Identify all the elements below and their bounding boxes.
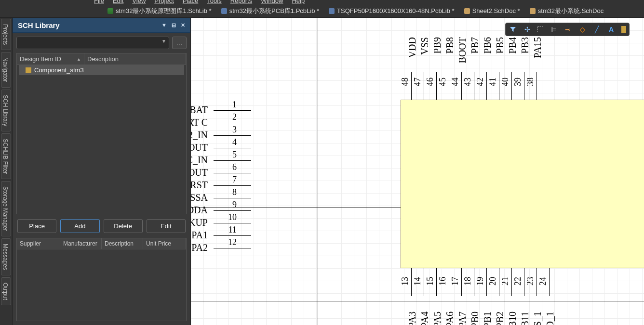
col-description2[interactable]: Description bbox=[102, 238, 143, 249]
pin-wire bbox=[424, 72, 424, 100]
pin-top-num: 40 bbox=[500, 78, 510, 86]
pin-left-3[interactable]: PC14-OSC32_IN3 bbox=[191, 130, 208, 141]
pin-bot-num: 19 bbox=[475, 277, 485, 286]
chevron-down-icon[interactable]: ▼ bbox=[161, 39, 166, 44]
pin-bot-label: PB11 bbox=[520, 312, 531, 325]
pin-icon[interactable]: ⊟ bbox=[172, 22, 176, 28]
component-body[interactable] bbox=[401, 100, 644, 268]
sch-icon bbox=[107, 8, 113, 14]
sidetab-schlib filter[interactable]: SCHLIB Filter bbox=[1, 133, 11, 179]
col-price[interactable]: Unit Price bbox=[143, 238, 186, 249]
pin-top-num: 43 bbox=[463, 78, 473, 86]
pin-left-5[interactable]: PD0-OSC_IN5 bbox=[191, 155, 208, 166]
table-row[interactable]: Component_stm3 bbox=[19, 65, 184, 75]
component-icon[interactable] bbox=[621, 26, 626, 33]
tab[interactable]: stm32最小系统.SchDoc bbox=[526, 5, 608, 17]
col-supplier[interactable]: Supplier bbox=[17, 238, 60, 249]
pin-bot-num: 18 bbox=[463, 277, 473, 286]
pin-left-8[interactable]: VSSA8 bbox=[191, 192, 208, 203]
move-icon[interactable]: ✢ bbox=[523, 25, 532, 34]
menu-window[interactable]: Window bbox=[261, 0, 283, 4]
menu-view[interactable]: View bbox=[132, 0, 146, 4]
menu-bar: FileEditViewProjectPlaceToolsReportsWind… bbox=[0, 0, 644, 4]
pin-top-label: BOOT bbox=[457, 37, 468, 63]
pin-bot-label: PA7 bbox=[457, 312, 468, 325]
add-button[interactable]: Add bbox=[60, 219, 99, 233]
sidetab-sch library[interactable]: SCH Library bbox=[1, 90, 11, 131]
pin-left-2[interactable]: PC13-TAMPER-RT C2 bbox=[191, 117, 208, 128]
menu-reports[interactable]: Reports bbox=[230, 0, 253, 4]
pin-left-7[interactable]: NRST7 bbox=[191, 180, 208, 191]
supplier-grid[interactable] bbox=[16, 249, 187, 321]
side-tab-strip: ProjectsNavigatorSCH LibrarySCHLIB Filte… bbox=[0, 18, 13, 325]
pin-top-label: PB9 bbox=[432, 37, 443, 53]
pin-icon[interactable]: ⊸ bbox=[564, 25, 572, 34]
pin-top-num: 48 bbox=[400, 78, 410, 86]
tab-label: stm32最小系统PCB库1.PcbLib * bbox=[229, 7, 319, 15]
col-description[interactable]: Description bbox=[84, 53, 186, 65]
panel-title: SCH Library bbox=[18, 21, 60, 29]
close-icon[interactable]: ✕ bbox=[181, 22, 185, 28]
select-icon[interactable] bbox=[537, 26, 543, 32]
pin-wire bbox=[411, 72, 412, 100]
polygon-icon[interactable]: ◇ bbox=[578, 25, 587, 34]
pin-wire bbox=[511, 268, 512, 296]
pin-left-6[interactable]: PD1-OSC_OUT6 bbox=[191, 167, 208, 178]
menu-place[interactable]: Place bbox=[183, 0, 199, 4]
component-grid[interactable]: Component_stm3 bbox=[16, 65, 187, 214]
floating-toolbar: ✢ ⊫ ⊸ ◇ ╱ A bbox=[505, 23, 630, 36]
sort-asc-icon: ▲ bbox=[77, 57, 81, 62]
line-icon[interactable]: ╱ bbox=[592, 25, 601, 34]
menu-help[interactable]: Help bbox=[292, 0, 305, 4]
pin-bot-label: PB10 bbox=[507, 312, 518, 325]
edit-button[interactable]: Edit bbox=[147, 219, 186, 233]
sidetab-output[interactable]: Output bbox=[1, 277, 11, 305]
pin-top-num: 39 bbox=[513, 78, 523, 86]
sidetab-messages[interactable]: Messages bbox=[1, 238, 11, 275]
pin-left-12[interactable]: PA212 bbox=[191, 242, 208, 253]
filter-icon[interactable] bbox=[509, 25, 517, 34]
menu-file[interactable]: File bbox=[94, 0, 104, 4]
place-button[interactable]: Place bbox=[17, 219, 56, 233]
col-design-id[interactable]: Design Item ID bbox=[20, 55, 61, 63]
text-icon[interactable]: A bbox=[607, 25, 616, 34]
pin-left-9[interactable]: VDDA9 bbox=[191, 205, 208, 216]
menu-project[interactable]: Project bbox=[154, 0, 174, 4]
pin-top-label: PB8 bbox=[444, 37, 456, 53]
pin-bot-label: PA6 bbox=[444, 312, 456, 325]
pin-left-4[interactable]: PC15-OSC32_OUT4 bbox=[191, 142, 208, 153]
pin-wire bbox=[461, 268, 462, 296]
sidetab-storage manager[interactable]: Storage Manager bbox=[1, 181, 11, 236]
schematic-canvas[interactable]: ✢ ⊫ ⊸ ◇ ╱ A VBAT1PC13-TAMPER-RT C2PC14-O… bbox=[191, 18, 644, 325]
supplier-grid-header: Supplier Manufacturer Description Unit P… bbox=[16, 238, 187, 249]
tab[interactable]: Sheet2.SchDoc * bbox=[460, 5, 524, 16]
dropdown-icon[interactable]: ▼ bbox=[161, 22, 167, 28]
menu-edit[interactable]: Edit bbox=[113, 0, 123, 4]
pin-top-label: PB6 bbox=[482, 37, 493, 53]
tab[interactable]: stm32最小系统原理图库1.SchLib * bbox=[104, 5, 215, 17]
pin-wire bbox=[449, 72, 449, 100]
menu-tools[interactable]: Tools bbox=[207, 0, 221, 4]
pin-bot-num: 23 bbox=[525, 277, 536, 286]
pin-top-num: 46 bbox=[425, 78, 435, 86]
pin-top-num: 41 bbox=[488, 78, 498, 86]
tab[interactable]: TSQFP50P1600X1600X160-48N.PcbLib * bbox=[325, 5, 458, 16]
align-icon[interactable]: ⊫ bbox=[549, 25, 558, 34]
more-button[interactable]: … bbox=[172, 37, 187, 49]
sidetab-projects[interactable]: Projects bbox=[1, 19, 11, 50]
pin-top-num: 38 bbox=[525, 78, 536, 86]
delete-button[interactable]: Delete bbox=[104, 219, 143, 233]
search-input[interactable] bbox=[16, 37, 169, 49]
pin-bot-label: PA4 bbox=[419, 312, 430, 325]
tab[interactable]: stm32最小系统PCB库1.PcbLib * bbox=[217, 5, 323, 17]
col-manufacturer[interactable]: Manufacturer bbox=[60, 238, 102, 249]
sidetab-navigator[interactable]: Navigator bbox=[1, 52, 11, 87]
pin-bot-num: 17 bbox=[450, 277, 460, 286]
pin-left-10[interactable]: PA0-WKUP10 bbox=[191, 217, 208, 228]
pin-left-1[interactable]: VBAT1 bbox=[191, 104, 208, 116]
pin-wire bbox=[499, 72, 499, 100]
pin-top-label: PB7 bbox=[470, 37, 481, 53]
pin-left-11[interactable]: PA111 bbox=[191, 230, 208, 241]
pin-wire bbox=[537, 268, 537, 296]
pin-bot-num: 22 bbox=[513, 277, 523, 286]
